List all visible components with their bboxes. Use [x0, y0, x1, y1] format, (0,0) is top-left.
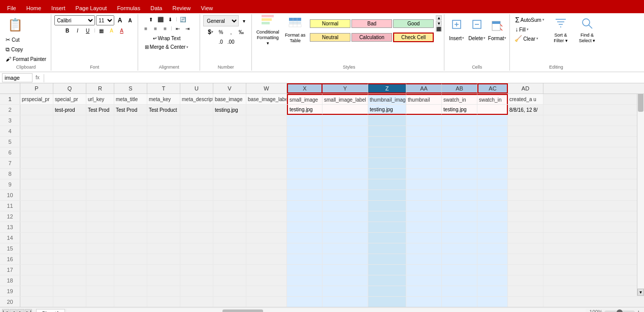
- cell-W11[interactable]: [246, 201, 287, 211]
- cell-V16[interactable]: [213, 254, 246, 264]
- cell-U11[interactable]: [180, 201, 213, 211]
- currency-button[interactable]: $ ▾: [206, 27, 215, 37]
- cell-T2[interactable]: Test Product: [147, 105, 180, 115]
- cell-Z15[interactable]: [368, 243, 406, 254]
- cell-U18[interactable]: [180, 275, 213, 286]
- cell-W3[interactable]: [246, 115, 287, 126]
- cell-R10[interactable]: [86, 190, 114, 200]
- horizontal-scroll-track[interactable]: [67, 309, 586, 313]
- cell-AD14[interactable]: [508, 233, 543, 243]
- find-select-button[interactable]: Find &Select ▾: [575, 15, 599, 45]
- text-angle-button[interactable]: 🔄: [178, 15, 187, 23]
- cell-AA4[interactable]: [406, 126, 442, 136]
- cell-U8[interactable]: [180, 169, 213, 179]
- cell-W2[interactable]: [246, 105, 287, 115]
- cell-Z2[interactable]: testing.jpg: [368, 105, 406, 115]
- cell-X3[interactable]: [287, 115, 323, 126]
- cell-AC20[interactable]: [477, 297, 508, 307]
- cell-AB20[interactable]: [442, 297, 477, 307]
- cell-U9[interactable]: [180, 179, 213, 190]
- cell-X12[interactable]: [287, 211, 323, 222]
- tab-page-layout[interactable]: Page Layout: [71, 3, 112, 13]
- cell-X19[interactable]: [287, 286, 323, 296]
- cell-AB13[interactable]: [442, 222, 477, 232]
- cell-AB16[interactable]: [442, 254, 477, 264]
- zoom-in-button[interactable]: +: [637, 309, 640, 312]
- horizontal-scroll-handle[interactable]: [222, 309, 263, 313]
- cell-Q17[interactable]: [53, 265, 86, 275]
- cell-T9[interactable]: [147, 179, 180, 190]
- cell-X18[interactable]: [287, 275, 323, 286]
- cell-V6[interactable]: [213, 147, 246, 158]
- autosum-button[interactable]: Σ AutoSum ▾: [513, 15, 546, 24]
- cell-AD8[interactable]: [508, 169, 543, 179]
- middle-align-button[interactable]: ⬛: [156, 15, 165, 23]
- cell-T7[interactable]: [147, 158, 180, 168]
- cell-T3[interactable]: [147, 115, 180, 126]
- cell-U17[interactable]: [180, 265, 213, 275]
- cell-V15[interactable]: [213, 243, 246, 254]
- cell-P11[interactable]: [20, 201, 53, 211]
- formula-input[interactable]: [47, 73, 642, 82]
- formula-expand-button[interactable]: fx: [35, 75, 41, 80]
- cell-P6[interactable]: [20, 147, 53, 158]
- cell-U14[interactable]: [180, 233, 213, 243]
- cell-V3[interactable]: [213, 115, 246, 126]
- cell-U7[interactable]: [180, 158, 213, 168]
- cell-AD7[interactable]: [508, 158, 543, 168]
- cell-AD19[interactable]: [508, 286, 543, 296]
- cell-Y5[interactable]: [323, 137, 368, 147]
- cell-R2[interactable]: Test Prod: [86, 105, 114, 115]
- cell-Q10[interactable]: [53, 190, 86, 200]
- cell-W6[interactable]: [246, 147, 287, 158]
- cell-S17[interactable]: [114, 265, 147, 275]
- cell-AD6[interactable]: [508, 147, 543, 158]
- col-header-AC[interactable]: AC: [477, 83, 508, 93]
- cell-R19[interactable]: [86, 286, 114, 296]
- cell-P12[interactable]: [20, 211, 53, 222]
- right-align-button[interactable]: ≡: [160, 24, 170, 33]
- cell-P4[interactable]: [20, 126, 53, 136]
- cell-AC19[interactable]: [477, 286, 508, 296]
- cell-Z16[interactable]: [368, 254, 406, 264]
- sort-filter-button[interactable]: Sort &Filter ▾: [549, 15, 573, 45]
- cell-X17[interactable]: [287, 265, 323, 275]
- cell-V5[interactable]: [213, 137, 246, 147]
- cell-AC14[interactable]: [477, 233, 508, 243]
- cell-AA17[interactable]: [406, 265, 442, 275]
- cell-AB3[interactable]: [442, 115, 477, 126]
- font-family-select[interactable]: Calibri: [54, 15, 95, 25]
- cell-Q16[interactable]: [53, 254, 86, 264]
- cell-Z1[interactable]: thumbnail_image: [368, 94, 406, 104]
- cell-T15[interactable]: [147, 243, 180, 254]
- cell-V13[interactable]: [213, 222, 246, 232]
- tab-file[interactable]: File: [2, 3, 21, 13]
- cell-Y19[interactable]: [323, 286, 368, 296]
- col-header-P[interactable]: P: [20, 83, 53, 93]
- cell-S16[interactable]: [114, 254, 147, 264]
- cell-S20[interactable]: [114, 297, 147, 307]
- cell-AB19[interactable]: [442, 286, 477, 296]
- cell-P1[interactable]: prspecial_pr: [20, 94, 53, 104]
- cell-T16[interactable]: [147, 254, 180, 264]
- tab-review[interactable]: Review: [167, 3, 196, 13]
- cell-T10[interactable]: [147, 190, 180, 200]
- cell-W1[interactable]: base_image_label: [246, 94, 287, 104]
- cell-AA20[interactable]: [406, 297, 442, 307]
- cell-P14[interactable]: [20, 233, 53, 243]
- cell-AC12[interactable]: [477, 211, 508, 222]
- cell-P15[interactable]: [20, 243, 53, 254]
- cell-Y6[interactable]: [323, 147, 368, 158]
- cell-AD17[interactable]: [508, 265, 543, 275]
- cell-R18[interactable]: [86, 275, 114, 286]
- cell-Y9[interactable]: [323, 179, 368, 190]
- increase-indent-button[interactable]: ⇥: [183, 24, 192, 33]
- cell-V14[interactable]: [213, 233, 246, 243]
- cell-W9[interactable]: [246, 179, 287, 190]
- cell-Y14[interactable]: [323, 233, 368, 243]
- cell-T13[interactable]: [147, 222, 180, 232]
- col-header-V[interactable]: V: [213, 83, 246, 93]
- vertical-scrollbar[interactable]: ▲ ▼: [637, 83, 644, 296]
- cell-P8[interactable]: [20, 169, 53, 179]
- cell-R20[interactable]: [86, 297, 114, 307]
